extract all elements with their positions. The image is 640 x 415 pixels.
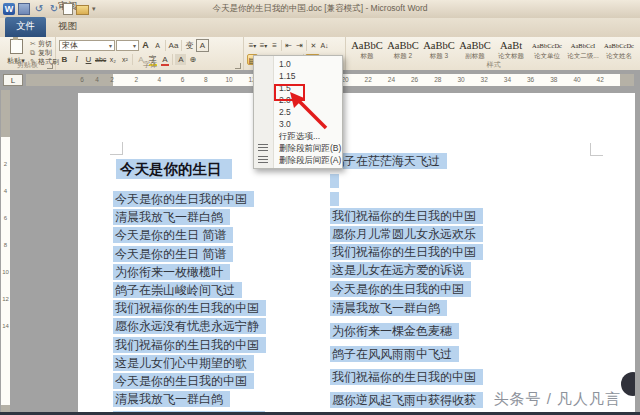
style-preview: AaBbC [421, 40, 457, 51]
doc-line-left-4[interactable]: 为你衔来一枚橄榄叶 [113, 266, 230, 279]
doc-line-left-7[interactable]: 愿你永远没有忧患永远宁静 [113, 320, 266, 333]
tab-6[interactable]: 视图 [49, 17, 105, 37]
ribbon-tab-row: 文件 开始插入页面布局引用邮件审阅视图 [0, 18, 640, 37]
doc-line-right-10[interactable]: 鸽子在风风雨雨中飞过 [330, 348, 459, 361]
selected-text: 愿你永远没有忧患永远宁静 [113, 318, 266, 334]
style-preview: AaBbC [457, 40, 493, 51]
font-size-combo[interactable]: ▾ [116, 40, 139, 51]
doc-line-right-2[interactable] [330, 192, 339, 209]
doc-line-left-9[interactable]: 这是儿女们心中期望的歌 [113, 357, 254, 370]
shrink-font-button[interactable]: A [152, 40, 163, 51]
doc-line-left-11[interactable]: 清晨我放飞一群白鸽 [113, 393, 230, 406]
save-icon[interactable] [18, 3, 30, 15]
decrease-indent-button[interactable]: ⇤ [283, 40, 294, 51]
chevron-down-icon: ▾ [109, 42, 112, 49]
doc-line-left-3[interactable]: 今天是你的生日 简谱 [113, 248, 233, 261]
sort-button[interactable]: A↓ [319, 40, 330, 51]
selected-text: 我们祝福你的生日我的中国 [113, 337, 266, 353]
doc-line-right-8[interactable]: 清晨我放飞一群白鸽 [330, 302, 447, 315]
style-cell-1[interactable]: AaBbC标题 2 [385, 38, 421, 61]
style-preview: AaBbC [349, 40, 385, 51]
space-before-icon [258, 144, 268, 152]
copy-button[interactable]: ⧉复制 [30, 48, 59, 57]
doc-line-right-5[interactable]: 我们祝福你的生日我的中国 [330, 246, 483, 259]
doc-line-right-0[interactable]: 鸽子在茫茫海天飞过 [330, 155, 447, 168]
doc-line-right-11[interactable]: 我们祝福你的生日我的中国 [330, 371, 483, 384]
style-cell-2[interactable]: AaBbC标题 3 [421, 38, 457, 61]
grow-font-button[interactable]: A [140, 40, 151, 51]
ruler-number: 2 [130, 76, 142, 84]
multilevel-list-button[interactable]: ≡ [269, 40, 280, 51]
chevron-down-icon: ▾ [133, 42, 136, 49]
font-dialog-launcher[interactable] [235, 63, 241, 69]
doc-line-right-3[interactable]: 我们祝福你的生日我的中国 [330, 210, 483, 223]
doc-line-right-1[interactable] [330, 174, 339, 191]
tab-file[interactable]: 文件 [5, 17, 46, 37]
doc-line-left-2[interactable]: 今天是你的生日 简谱 [113, 229, 233, 242]
font-name-combo[interactable]: 宋体▾ [59, 40, 115, 51]
ruler-number: 38 [548, 76, 560, 84]
margin-corner-mark [110, 142, 123, 155]
doc-title-line[interactable]: 今天是你的生日 [116, 163, 232, 176]
ruler-number: 24 [385, 76, 397, 84]
print-preview-icon[interactable] [63, 3, 73, 15]
line-spacing-value-1.0[interactable]: 1.0 [254, 58, 342, 70]
style-cell-7[interactable]: AaBbCcDc论文姓名 [601, 38, 637, 61]
selected-text: 今天是你的生日 简谱 [113, 246, 233, 262]
customize-qat-icon[interactable]: ▾ [92, 5, 96, 13]
doc-line-right-9[interactable]: 为你衔来一棵金色麦穗 [330, 325, 459, 338]
cut-button[interactable]: ✂剪切 [30, 39, 59, 48]
tab-stop-selector[interactable]: L [3, 74, 23, 86]
doc-line-left-8[interactable]: 我们祝福你的生日我的中国 [113, 339, 266, 352]
ruler-number: 8 [1, 242, 10, 248]
numbering-button[interactable]: ≡▾ [258, 40, 269, 51]
ruler-number: 34 [501, 76, 513, 84]
clipboard-dialog-launcher[interactable] [47, 63, 53, 69]
clipboard-icon [10, 39, 23, 54]
style-preview: AaBbCcDc [529, 40, 565, 51]
open-icon[interactable] [76, 5, 89, 15]
bullets-button[interactable]: ≡▾ [247, 40, 258, 51]
style-cell-5[interactable]: AaBbCcDc论文单位 [529, 38, 565, 61]
selected-text: 清晨我放飞一群白鸽 [113, 209, 230, 225]
increase-indent-button[interactable]: ⇥ [294, 40, 305, 51]
phonetic-guide-button[interactable]: 变 [184, 40, 195, 51]
style-cell-6[interactable]: AaBbCcI论文二级... [565, 38, 601, 61]
doc-line-right-4[interactable]: 愿你月儿常圆儿女永远欢乐 [330, 228, 483, 241]
style-cell-0[interactable]: AaBbC标题 [349, 38, 385, 61]
doc-line-left-1[interactable]: 清晨我放飞一群白鸽 [113, 211, 230, 224]
remove-space-before-item[interactable]: 删除段前间距(B) [254, 142, 342, 154]
character-border-button[interactable]: A [196, 39, 209, 52]
style-cell-3[interactable]: AaBbC副标题 [457, 38, 493, 61]
doc-line-right-7[interactable]: 今天是你的生日我的中国 [330, 283, 471, 296]
doc-line-right-12[interactable]: 愿你逆风起飞雨中获得收获 [330, 394, 483, 407]
doc-line-right-6[interactable]: 这是儿女在远方爱的诉说 [330, 264, 471, 277]
scissors-icon: ✂ [30, 39, 38, 48]
selected-text: 今天是你的生日我的中国 [330, 281, 471, 297]
copy-icon: ⧉ [30, 48, 38, 57]
ruler-number: 42 [594, 76, 606, 84]
font-group-label: 字体 [57, 60, 243, 70]
ruler-number: 6 [177, 76, 189, 84]
line-spacing-value-1.15[interactable]: 1.15 [254, 70, 342, 82]
selected-text: 清晨我放飞一群白鸽 [113, 391, 230, 407]
ruler-number: 4 [91, 76, 103, 84]
ruler-number: 6 [76, 76, 88, 84]
selected-text: 鸽子在茫茫海天飞过 [330, 153, 447, 169]
undo-icon[interactable]: ↺ [33, 3, 45, 15]
remove-space-after-item[interactable]: 删除段后间距(A) [254, 154, 342, 166]
doc-line-left-0[interactable]: 今天是你的生日我的中国 [113, 193, 254, 206]
doc-line-left-6[interactable]: 我们祝福你的生日我的中国 [113, 302, 266, 315]
selected-text: 鸽子在崇山峻岭间飞过 [113, 282, 242, 298]
redo-icon[interactable]: ↻ [48, 3, 60, 15]
selected-text: 今天是你的生日我的中国 [113, 373, 254, 389]
doc-line-left-5[interactable]: 鸽子在崇山峻岭间飞过 [113, 284, 242, 297]
change-case-button[interactable]: Aa [168, 40, 179, 51]
style-cell-4[interactable]: AaBt论文标题 [493, 38, 529, 61]
doc-line-left-10[interactable]: 今天是你的生日我的中国 [113, 375, 254, 388]
vertical-ruler[interactable]: 2468101214 [1, 90, 10, 412]
ruler-number: 36 [525, 76, 537, 84]
ruler-number: 8 [200, 76, 212, 84]
document-page[interactable]: 今天是你的生日 今天是你的生日我的中国清晨我放飞一群白鸽今天是你的生日 简谱今天… [78, 93, 635, 412]
asian-layout-button[interactable]: ✕ [308, 40, 319, 51]
